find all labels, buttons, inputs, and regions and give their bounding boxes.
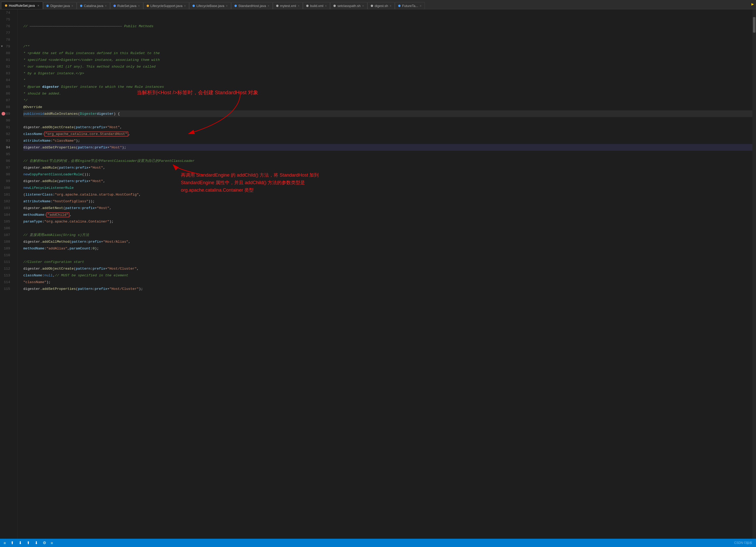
- line-num-115: 115: [0, 285, 14, 292]
- status-icon-sync-up[interactable]: ⬆: [11, 541, 14, 545]
- code-line-93: attributeName: "className");: [23, 137, 752, 144]
- code-line-82: * our namespace URI (if any). This metho…: [23, 63, 752, 70]
- code-line-104: methodName: "addChild",: [23, 211, 752, 218]
- line-num-102: 102: [0, 198, 14, 205]
- tab-HostRuleSet[interactable]: HostRuleSet.java ×: [1, 2, 43, 9]
- code-line-108: digester.addCallMethod( pattern: prefix …: [23, 238, 752, 245]
- status-icon-menu[interactable]: ≡: [51, 541, 53, 545]
- tab-close[interactable]: ×: [268, 4, 269, 8]
- tab-dot-blue3: [192, 5, 195, 7]
- tab-dot-sh2: [371, 5, 373, 7]
- tab-setclasspath[interactable]: setclasspath.sh ×: [330, 2, 367, 9]
- code-line-101: ( listenerClass: "org.apache.catalina.st…: [23, 191, 752, 198]
- line-num-81: 81: [0, 56, 14, 63]
- code-line-91: digester.addObjectCreate( pattern: prefi…: [23, 124, 752, 131]
- line-num-74: 74: [0, 9, 14, 16]
- code-line-111: //Cluster configuration start: [23, 259, 752, 265]
- line-num-107: 107: [0, 232, 14, 238]
- tab-scroll-indicator: ▶: [751, 2, 756, 7]
- tab-Catalina[interactable]: Catalina.java ×: [77, 2, 110, 9]
- tab-bar: HostRuleSet.java × Digester.java × Catal…: [0, 0, 756, 9]
- status-icon-settings[interactable]: ⚙: [43, 541, 46, 545]
- line-num-87: 87: [0, 97, 14, 104]
- line-num-96: 96: [0, 158, 14, 164]
- line-num-92: 92: [0, 131, 14, 137]
- code-line-94: digester.addSetProperties( pattern: pref…: [23, 144, 752, 151]
- code-line-102: attributeName: "hostConfigClass"));: [23, 198, 752, 205]
- line-num-104: 104: [0, 211, 14, 218]
- tab-StandardHost[interactable]: StandardHost.java ×: [231, 2, 273, 9]
- tab-close[interactable]: ×: [138, 4, 140, 8]
- line-num-80: 80: [0, 50, 14, 56]
- tab-close[interactable]: ×: [72, 4, 73, 8]
- tab-LifecycleSupport[interactable]: LifecycleSupport.java ×: [143, 2, 189, 9]
- status-icon-push[interactable]: ⬆: [27, 541, 30, 545]
- status-bar: ≡ ⬆ ⬇ ⬆ ⬇ ⚙ ≡ CSDN ©版权: [0, 539, 756, 547]
- line-num-86: 86: [0, 90, 14, 97]
- code-line-86: * should be added.: [23, 90, 752, 97]
- line-num-100: 100: [0, 185, 14, 191]
- code-line-109: methodName: "addAlias", paramCount: 0);: [23, 245, 752, 252]
- status-icon-pull[interactable]: ⬇: [35, 541, 38, 545]
- tab-label: build.xml: [310, 4, 323, 8]
- scrollbar-thumb[interactable]: [753, 17, 755, 33]
- tab-close[interactable]: ×: [37, 4, 39, 8]
- editor-body: 74 75 76 77 78 ▼79 80 81 82 83 84 85 86 …: [0, 9, 756, 539]
- csdn-watermark: CSDN ©版权: [734, 541, 752, 545]
- line-num-105: 105: [0, 218, 14, 225]
- line-num-109: 109: [0, 245, 14, 252]
- status-icon-sync-down[interactable]: ⬇: [19, 541, 22, 545]
- code-line-84: *: [23, 77, 752, 83]
- line-num-84: 84: [0, 77, 14, 83]
- line-num-77: 77: [0, 30, 14, 36]
- line-num-112: 112: [0, 265, 14, 272]
- tab-label: RuleSet.java: [117, 4, 137, 8]
- code-line-77: [23, 30, 752, 36]
- line-num-83: 83: [0, 70, 14, 77]
- tab-digest[interactable]: digest.sh ×: [367, 2, 395, 9]
- line-num-110: 110: [0, 252, 14, 259]
- tab-dot-blue: [46, 5, 49, 7]
- code-line-81: * specified <code>Digester</code> instan…: [23, 56, 752, 63]
- tab-LifecycleBase[interactable]: LifecycleBase.java ×: [189, 2, 231, 9]
- tab-close[interactable]: ×: [390, 4, 391, 8]
- tab-label: Digester.java: [50, 4, 70, 8]
- tab-close[interactable]: ×: [325, 4, 327, 8]
- editor-container: HostRuleSet.java × Digester.java × Catal…: [0, 0, 756, 547]
- status-icon-branch[interactable]: ≡: [4, 541, 6, 545]
- tab-RuleSet[interactable]: RuleSet.java ×: [110, 2, 143, 9]
- code-line-110: [23, 252, 752, 259]
- code-line-88: @Override: [23, 104, 752, 110]
- line-num-97: 97: [0, 164, 14, 171]
- code-line-90: [23, 117, 752, 124]
- tab-Digester[interactable]: Digester.java ×: [43, 2, 76, 9]
- tab-close[interactable]: ×: [362, 4, 364, 8]
- tab-label: mytest.xml: [280, 4, 296, 8]
- code-line-80: * <p>Add the set of Rule instances defin…: [23, 50, 752, 56]
- tab-close[interactable]: ×: [184, 4, 186, 8]
- tab-dot-xml2: [306, 5, 309, 7]
- tab-dot-blue2: [80, 5, 82, 7]
- line-num-82: 82: [0, 63, 14, 70]
- tab-mytest[interactable]: mytest.xml ×: [273, 2, 303, 9]
- line-num-108: 108: [0, 238, 14, 245]
- line-num-111: 111: [0, 259, 14, 265]
- line-num-99: 99: [0, 178, 14, 185]
- tab-close[interactable]: ×: [226, 4, 228, 8]
- line-num-93: 93: [0, 137, 14, 144]
- tab-label: HostRuleSet.java: [9, 4, 35, 8]
- tab-close[interactable]: ×: [298, 4, 299, 8]
- line-num-101: 101: [0, 191, 14, 198]
- tab-close[interactable]: ×: [420, 4, 422, 8]
- line-num-114: 114: [0, 279, 14, 285]
- tab-close[interactable]: ×: [105, 4, 107, 8]
- code-line-79: /**: [23, 43, 752, 50]
- line-num-94: 94: [0, 144, 14, 151]
- code-line-106: [23, 225, 752, 232]
- tab-Future[interactable]: FutureTa... ×: [395, 2, 425, 9]
- code-line-83: * by a Digester instance.</p>: [23, 70, 752, 77]
- tab-dot-sh: [333, 5, 336, 7]
- tab-build[interactable]: build.xml ×: [303, 2, 330, 9]
- scrollbar-right[interactable]: [752, 9, 756, 539]
- line-num-98: 98: [0, 171, 14, 178]
